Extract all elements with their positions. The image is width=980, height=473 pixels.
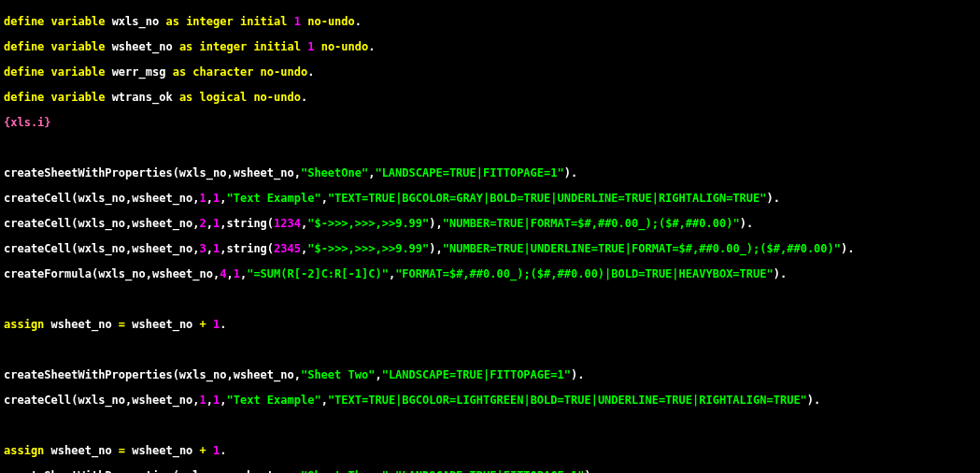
- code-line: assign wsheet_no = wsheet_no + 1.: [4, 444, 976, 458]
- code-line: define variable wsheet_no as integer ini…: [4, 40, 976, 54]
- code-line: createCell(wxls_no,wsheet_no,2,1,string(…: [4, 217, 976, 231]
- blank-line: [4, 293, 976, 307]
- code-line: define variable werr_msg as character no…: [4, 65, 976, 79]
- code-line: createSheetWithProperties(wxls_no,wsheet…: [4, 368, 976, 382]
- code-line: define variable wxls_no as integer initi…: [4, 15, 976, 29]
- blank-line: [4, 343, 976, 357]
- code-line: define variable wtrans_ok as logical no-…: [4, 91, 976, 105]
- code-line: assign wsheet_no = wsheet_no + 1.: [4, 318, 976, 332]
- code-line: createCell(wxls_no,wsheet_no,3,1,string(…: [4, 242, 976, 256]
- code-line: createFormula(wxls_no,wsheet_no,4,1,"=SU…: [4, 267, 976, 281]
- blank-line: [4, 141, 976, 155]
- code-line: createSheetWithProperties(wxls_no,wsheet…: [4, 166, 976, 180]
- code-line: createCell(wxls_no,wsheet_no,1,1,"Text E…: [4, 192, 976, 206]
- code-line: createCell(wxls_no,wsheet_no,1,1,"Text E…: [4, 394, 976, 408]
- code-line: createSheetWithProperties(wxls_no,wsheet…: [4, 469, 976, 473]
- code-line: {xls.i}: [4, 116, 976, 130]
- blank-line: [4, 419, 976, 433]
